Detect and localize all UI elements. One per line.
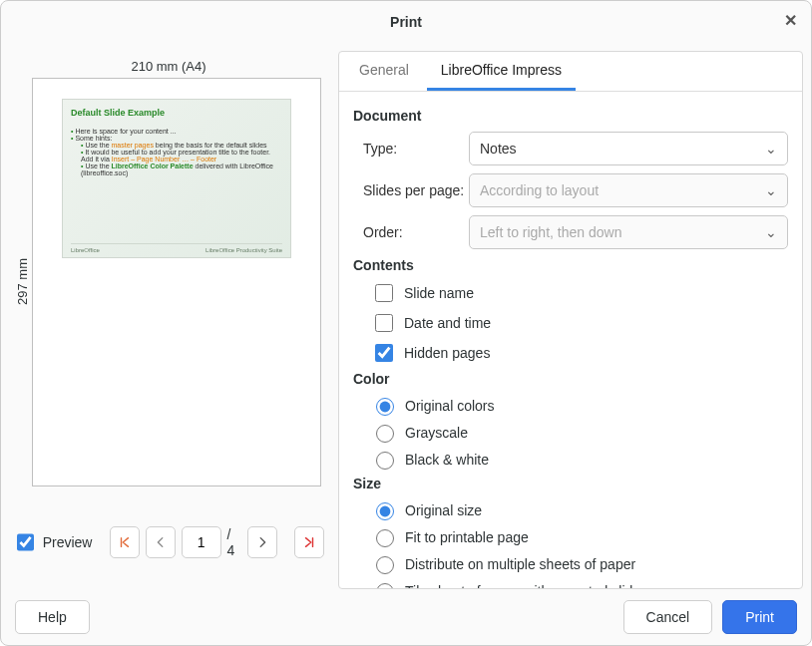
settings-pane: General LibreOffice Impress Document Typ…	[338, 51, 803, 589]
slide-footer: LibreOffice LibreOffice Productivity Sui…	[71, 243, 282, 253]
order-select: Left to right, then down ⌄	[469, 215, 788, 249]
size-distribute-label: Distribute on multiple sheets of paper	[405, 556, 635, 572]
slides-per-page-value: According to layout	[480, 182, 599, 198]
slide-footer-left: LibreOffice	[71, 247, 100, 253]
color-grayscale-label: Grayscale	[405, 425, 468, 441]
page-number-input[interactable]	[182, 526, 221, 558]
size-tile-label: Tile sheet of paper with repeated slides	[405, 583, 647, 589]
last-page-button[interactable]	[294, 526, 324, 558]
dialog-content: 210 mm (A4) 297 mm Default Slide Example…	[1, 43, 811, 589]
size-original-radio[interactable]	[376, 502, 394, 520]
paper-wrap: 297 mm Default Slide Example Here is spa…	[13, 78, 324, 486]
tab-general[interactable]: General	[345, 52, 423, 91]
order-value: Left to right, then down	[480, 224, 621, 240]
dialog-footer: Help Cancel Print	[1, 589, 811, 645]
color-grayscale-radio[interactable]	[376, 425, 394, 443]
color-original-label: Original colors	[405, 398, 494, 414]
chevron-down-icon: ⌄	[765, 182, 777, 198]
slide-line: Here is space for your content ...	[71, 128, 282, 135]
document-heading: Document	[353, 108, 788, 124]
color-original-radio[interactable]	[376, 398, 394, 416]
type-label: Type:	[353, 141, 469, 157]
chevron-down-icon: ⌄	[765, 224, 777, 240]
color-bw-label: Black & white	[405, 452, 489, 468]
slide-thumbnail: Default Slide Example Here is space for …	[62, 99, 291, 258]
size-heading: Size	[353, 476, 788, 491]
slides-per-page-select: According to layout ⌄	[469, 173, 788, 207]
window-title: Print	[390, 14, 422, 30]
tab-body: Document Type: Notes ⌄ Slides per page: …	[339, 92, 802, 588]
print-button[interactable]: Print	[722, 600, 797, 634]
slide-footer-right: LibreOffice Productivity Suite	[205, 247, 282, 253]
slide-name-label: Slide name	[404, 285, 474, 301]
close-icon[interactable]: ✕	[784, 13, 797, 29]
preview-pane: 210 mm (A4) 297 mm Default Slide Example…	[9, 51, 328, 589]
type-select[interactable]: Notes ⌄	[469, 132, 788, 165]
chevron-left-icon	[154, 535, 168, 549]
paper-height-label: 297 mm	[13, 78, 32, 486]
size-fit-label: Fit to printable page	[405, 529, 529, 545]
size-distribute-radio[interactable]	[376, 556, 394, 574]
slide-line: Some hints:	[71, 135, 282, 142]
preview-checkbox[interactable]	[17, 533, 34, 551]
help-button[interactable]: Help	[15, 600, 90, 634]
next-page-button[interactable]	[247, 526, 277, 558]
size-original-label: Original size	[405, 502, 482, 518]
tab-impress[interactable]: LibreOffice Impress	[427, 52, 576, 91]
size-tile-radio[interactable]	[376, 583, 394, 588]
size-fit-radio[interactable]	[376, 529, 394, 547]
chevron-down-icon: ⌄	[765, 141, 777, 157]
date-time-checkbox[interactable]	[375, 314, 393, 332]
slide-line: It would be useful to add your presentat…	[81, 149, 282, 162]
slide-line: Use the LibreOffice Color Palette delive…	[81, 162, 282, 176]
contents-heading: Contents	[353, 257, 788, 273]
tab-bar: General LibreOffice Impress	[339, 52, 802, 92]
preview-checkbox-label: Preview	[43, 534, 93, 550]
slide-name-checkbox[interactable]	[375, 284, 393, 302]
hidden-pages-checkbox[interactable]	[375, 344, 393, 362]
chevron-right-icon	[255, 535, 269, 549]
cancel-button[interactable]: Cancel	[623, 600, 713, 634]
page-total-label: / 4	[227, 526, 241, 558]
last-page-icon	[302, 535, 316, 549]
slide-title: Default Slide Example	[71, 108, 282, 118]
first-page-icon	[118, 535, 132, 549]
print-dialog: Print ✕ 210 mm (A4) 297 mm Default Slide…	[0, 0, 812, 646]
hidden-pages-label: Hidden pages	[404, 345, 490, 361]
paper-preview: Default Slide Example Here is space for …	[32, 78, 321, 486]
color-bw-radio[interactable]	[376, 452, 394, 470]
preview-controls: Preview / 4	[13, 526, 324, 558]
prev-page-button[interactable]	[146, 526, 176, 558]
slide-line: Use the master pages being the basis for…	[81, 142, 282, 149]
color-heading: Color	[353, 371, 788, 387]
date-time-label: Date and time	[404, 315, 491, 331]
type-select-value: Notes	[480, 141, 517, 157]
order-label: Order:	[353, 224, 469, 240]
slides-per-page-label: Slides per page:	[353, 182, 469, 198]
titlebar: Print ✕	[1, 1, 811, 43]
paper-width-label: 210 mm (A4)	[13, 59, 324, 78]
first-page-button[interactable]	[110, 526, 140, 558]
